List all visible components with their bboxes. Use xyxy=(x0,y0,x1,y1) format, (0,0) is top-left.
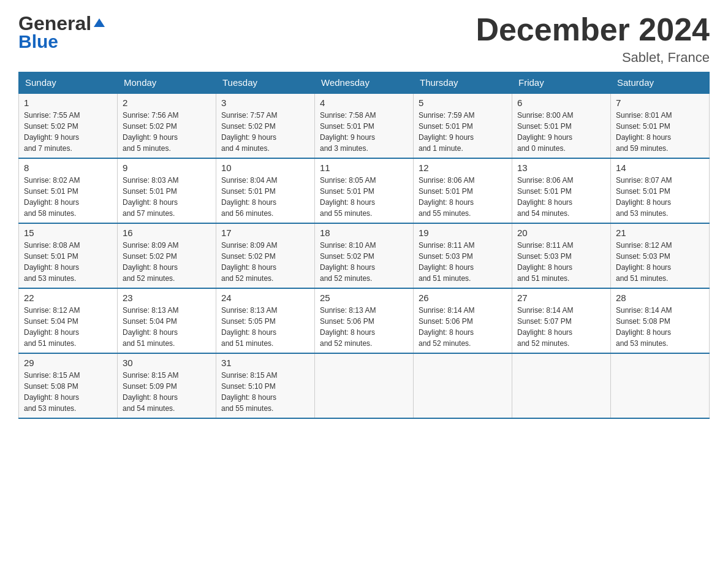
day-number: 1 xyxy=(24,98,112,108)
day-info: Sunrise: 8:09 AMSunset: 5:02 PMDaylight:… xyxy=(221,240,309,284)
title-block: December 2024 Sablet, France xyxy=(476,12,710,66)
day-info: Sunrise: 8:07 AMSunset: 5:01 PMDaylight:… xyxy=(616,175,704,219)
day-number: 30 xyxy=(123,358,211,368)
header-row: SundayMondayTuesdayWednesdayThursdayFrid… xyxy=(19,72,710,94)
day-info: Sunrise: 8:06 AMSunset: 5:01 PMDaylight:… xyxy=(419,175,507,219)
calendar-cell: 28Sunrise: 8:14 AMSunset: 5:08 PMDayligh… xyxy=(611,288,710,353)
week-row-2: 8Sunrise: 8:02 AMSunset: 5:01 PMDaylight… xyxy=(19,158,710,223)
day-number: 12 xyxy=(419,163,507,173)
calendar-cell: 27Sunrise: 8:14 AMSunset: 5:07 PMDayligh… xyxy=(512,288,611,353)
calendar-cell: 31Sunrise: 8:15 AMSunset: 5:10 PMDayligh… xyxy=(216,353,315,418)
day-number: 21 xyxy=(616,228,704,238)
day-info: Sunrise: 8:15 AMSunset: 5:10 PMDaylight:… xyxy=(221,370,309,414)
calendar-cell: 13Sunrise: 8:06 AMSunset: 5:01 PMDayligh… xyxy=(512,158,611,223)
day-number: 27 xyxy=(517,293,605,303)
day-info: Sunrise: 8:13 AMSunset: 5:06 PMDaylight:… xyxy=(320,305,408,349)
day-number: 7 xyxy=(616,98,704,108)
header-wednesday: Wednesday xyxy=(315,72,414,94)
calendar-cell: 6Sunrise: 8:00 AMSunset: 5:01 PMDaylight… xyxy=(512,93,611,158)
calendar-cell: 12Sunrise: 8:06 AMSunset: 5:01 PMDayligh… xyxy=(414,158,512,223)
logo-triangle-icon xyxy=(93,16,106,29)
header-monday: Monday xyxy=(118,72,216,94)
calendar-cell: 9Sunrise: 8:03 AMSunset: 5:01 PMDaylight… xyxy=(118,158,216,223)
calendar-cell: 4Sunrise: 7:58 AMSunset: 5:01 PMDaylight… xyxy=(315,93,414,158)
day-info: Sunrise: 8:00 AMSunset: 5:01 PMDaylight:… xyxy=(517,110,605,154)
calendar-cell: 14Sunrise: 8:07 AMSunset: 5:01 PMDayligh… xyxy=(611,158,710,223)
day-number: 17 xyxy=(221,228,309,238)
calendar-body: 1Sunrise: 7:55 AMSunset: 5:02 PMDaylight… xyxy=(19,93,710,418)
day-info: Sunrise: 7:56 AMSunset: 5:02 PMDaylight:… xyxy=(123,110,211,154)
day-info: Sunrise: 8:14 AMSunset: 5:07 PMDaylight:… xyxy=(517,305,605,349)
page-title: December 2024 xyxy=(476,12,710,47)
day-info: Sunrise: 8:11 AMSunset: 5:03 PMDaylight:… xyxy=(419,240,507,284)
day-info: Sunrise: 8:15 AMSunset: 5:09 PMDaylight:… xyxy=(123,370,211,414)
calendar-cell: 30Sunrise: 8:15 AMSunset: 5:09 PMDayligh… xyxy=(118,353,216,418)
day-number: 4 xyxy=(320,98,408,108)
header-thursday: Thursday xyxy=(414,72,512,94)
header-tuesday: Tuesday xyxy=(216,72,315,94)
calendar-cell: 21Sunrise: 8:12 AMSunset: 5:03 PMDayligh… xyxy=(611,223,710,288)
day-number: 9 xyxy=(123,163,211,173)
calendar-cell: 29Sunrise: 8:15 AMSunset: 5:08 PMDayligh… xyxy=(19,353,118,418)
calendar-cell: 11Sunrise: 8:05 AMSunset: 5:01 PMDayligh… xyxy=(315,158,414,223)
calendar-cell: 23Sunrise: 8:13 AMSunset: 5:04 PMDayligh… xyxy=(118,288,216,353)
calendar-cell: 10Sunrise: 8:04 AMSunset: 5:01 PMDayligh… xyxy=(216,158,315,223)
day-number: 14 xyxy=(616,163,704,173)
calendar-cell: 26Sunrise: 8:14 AMSunset: 5:06 PMDayligh… xyxy=(414,288,512,353)
svg-marker-0 xyxy=(94,18,105,27)
day-number: 20 xyxy=(517,228,605,238)
calendar-cell xyxy=(512,353,611,418)
day-number: 8 xyxy=(24,163,112,173)
day-number: 19 xyxy=(419,228,507,238)
day-info: Sunrise: 7:59 AMSunset: 5:01 PMDaylight:… xyxy=(419,110,507,154)
day-info: Sunrise: 7:57 AMSunset: 5:02 PMDaylight:… xyxy=(221,110,309,154)
calendar-cell: 22Sunrise: 8:12 AMSunset: 5:04 PMDayligh… xyxy=(19,288,118,353)
logo: General Blue xyxy=(18,12,106,52)
day-number: 2 xyxy=(123,98,211,108)
calendar-cell: 8Sunrise: 8:02 AMSunset: 5:01 PMDaylight… xyxy=(19,158,118,223)
calendar-cell xyxy=(315,353,414,418)
calendar-cell: 25Sunrise: 8:13 AMSunset: 5:06 PMDayligh… xyxy=(315,288,414,353)
day-number: 10 xyxy=(221,163,309,173)
day-info: Sunrise: 8:06 AMSunset: 5:01 PMDaylight:… xyxy=(517,175,605,219)
day-number: 25 xyxy=(320,293,408,303)
logo-blue-text: Blue xyxy=(18,31,58,52)
header-friday: Friday xyxy=(512,72,611,94)
calendar-table: SundayMondayTuesdayWednesdayThursdayFrid… xyxy=(18,72,710,419)
calendar-cell: 5Sunrise: 7:59 AMSunset: 5:01 PMDaylight… xyxy=(414,93,512,158)
calendar-header: SundayMondayTuesdayWednesdayThursdayFrid… xyxy=(19,72,710,94)
day-info: Sunrise: 7:55 AMSunset: 5:02 PMDaylight:… xyxy=(24,110,112,154)
calendar-cell: 1Sunrise: 7:55 AMSunset: 5:02 PMDaylight… xyxy=(19,93,118,158)
calendar-cell: 2Sunrise: 7:56 AMSunset: 5:02 PMDaylight… xyxy=(118,93,216,158)
calendar-cell: 3Sunrise: 7:57 AMSunset: 5:02 PMDaylight… xyxy=(216,93,315,158)
day-info: Sunrise: 8:10 AMSunset: 5:02 PMDaylight:… xyxy=(320,240,408,284)
header-sunday: Sunday xyxy=(19,72,118,94)
day-number: 6 xyxy=(517,98,605,108)
week-row-5: 29Sunrise: 8:15 AMSunset: 5:08 PMDayligh… xyxy=(19,353,710,418)
calendar-cell: 18Sunrise: 8:10 AMSunset: 5:02 PMDayligh… xyxy=(315,223,414,288)
day-info: Sunrise: 8:05 AMSunset: 5:01 PMDaylight:… xyxy=(320,175,408,219)
week-row-3: 15Sunrise: 8:08 AMSunset: 5:01 PMDayligh… xyxy=(19,223,710,288)
week-row-4: 22Sunrise: 8:12 AMSunset: 5:04 PMDayligh… xyxy=(19,288,710,353)
calendar-cell: 15Sunrise: 8:08 AMSunset: 5:01 PMDayligh… xyxy=(19,223,118,288)
day-info: Sunrise: 8:15 AMSunset: 5:08 PMDaylight:… xyxy=(24,370,112,414)
day-info: Sunrise: 8:03 AMSunset: 5:01 PMDaylight:… xyxy=(123,175,211,219)
day-number: 23 xyxy=(123,293,211,303)
calendar-cell: 24Sunrise: 8:13 AMSunset: 5:05 PMDayligh… xyxy=(216,288,315,353)
day-number: 22 xyxy=(24,293,112,303)
day-number: 26 xyxy=(419,293,507,303)
page-subtitle: Sablet, France xyxy=(476,50,710,66)
day-info: Sunrise: 8:04 AMSunset: 5:01 PMDaylight:… xyxy=(221,175,309,219)
day-number: 13 xyxy=(517,163,605,173)
day-number: 18 xyxy=(320,228,408,238)
day-info: Sunrise: 8:12 AMSunset: 5:03 PMDaylight:… xyxy=(616,240,704,284)
calendar-cell xyxy=(611,353,710,418)
page-header: General Blue December 2024 Sablet, Franc… xyxy=(18,12,710,66)
day-number: 5 xyxy=(419,98,507,108)
day-number: 28 xyxy=(616,293,704,303)
day-info: Sunrise: 8:14 AMSunset: 5:08 PMDaylight:… xyxy=(616,305,704,349)
day-number: 24 xyxy=(221,293,309,303)
calendar-cell xyxy=(414,353,512,418)
day-info: Sunrise: 8:11 AMSunset: 5:03 PMDaylight:… xyxy=(517,240,605,284)
day-number: 16 xyxy=(123,228,211,238)
